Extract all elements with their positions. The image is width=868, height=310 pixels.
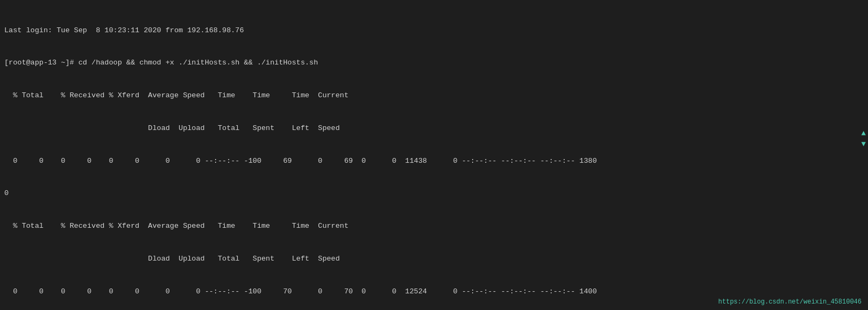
line-4: Dload Upload Total Spent Left Speed [4,123,864,134]
line-2: [root@app-13 ~]# cd /hadoop && chmod +x … [4,57,864,68]
line-6: 0 [4,188,864,199]
line-8: Dload Upload Total Spent Left Speed [4,254,864,264]
line-7: % Total % Received % Xferd Average Speed… [4,221,864,232]
line-9: 0 0 0 0 0 0 0 0 --:--:-- -100 70 0 70 0 … [4,286,864,297]
scroll-up-icon[interactable]: ▲ [862,129,866,138]
line-3: % Total % Received % Xferd Average Speed… [4,90,864,101]
line-1: Last login: Tue Sep 8 10:23:11 2020 from… [4,25,864,36]
scroll-down-icon[interactable]: ▼ [862,140,866,148]
line-5: 0 0 0 0 0 0 0 0 --:--:-- -100 69 0 69 0 … [4,156,864,167]
terminal-window: Last login: Tue Sep 8 10:23:11 2020 from… [0,0,868,310]
watermark-url: https://blog.csdn.net/weixin_45810046 [718,298,862,306]
